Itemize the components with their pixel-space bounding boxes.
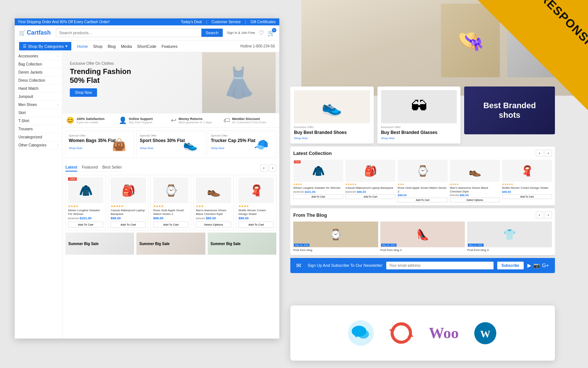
nav-features[interactable]: Features: [161, 44, 177, 49]
sidebar-item-other[interactable]: Other Categories ›: [15, 141, 62, 149]
select-options-button[interactable]: Select Options: [196, 222, 231, 228]
sidebar-item-denim[interactable]: Denim Jackets: [15, 68, 62, 77]
sidebar-label: Denim Jackets: [18, 70, 43, 74]
lc-price-new: $98.00: [398, 194, 406, 197]
sidebar-item-trousers[interactable]: Trousers: [15, 125, 62, 133]
search-button[interactable]: Search: [201, 29, 223, 37]
branded-glasses-link[interactable]: Shop Now: [381, 137, 395, 140]
sign-in-link[interactable]: Sign In & Join Free: [227, 31, 255, 35]
top-bar-links: Today's Deal Customer Service Gift Certi…: [181, 20, 276, 24]
lc-prices: $136.00 $101.00: [293, 190, 343, 194]
lc-select-options[interactable]: Select Options: [450, 198, 500, 202]
blog-nav-arrows: ‹ ›: [536, 211, 552, 219]
lc-add-to-cart[interactable]: Add To Cart: [398, 198, 448, 202]
feature-title: 100% Satisfaction: [76, 117, 105, 121]
sidebar-label: Trousers: [18, 127, 33, 131]
hotline: Hotline 1-800-234-56: [240, 44, 275, 48]
googleplus-icon[interactable]: G+: [542, 262, 549, 268]
tab-latest[interactable]: Latest: [65, 163, 77, 171]
collection-nav-arrows: ‹ ›: [536, 149, 552, 157]
blog-card-0: ⌚ May 18, 2022 Post from blog: [293, 222, 378, 252]
sidebar-item-watch[interactable]: Hand Watch: [15, 85, 62, 93]
summer-title: Summer Big Sale: [139, 242, 169, 246]
sidebar-item-accessories[interactable]: Accessories ›: [15, 52, 62, 60]
nav-shortcode[interactable]: ShortCode: [137, 44, 157, 49]
next-arrow[interactable]: ›: [269, 164, 276, 172]
lc-add-to-cart[interactable]: Add To Cart: [502, 194, 552, 199]
offer-shop-link[interactable]: Shop Now: [211, 146, 225, 150]
instagram-icon[interactable]: 📷: [534, 262, 540, 268]
product-card-1: 🎒 ★★★★★ Casual Waterproof Laptop Backpac…: [108, 175, 148, 230]
branded-glasses-title: Buy Best Branded Glasses: [381, 130, 457, 135]
shop-categories-button[interactable]: ☰ Shop By Categories ▾: [19, 42, 71, 50]
main-content: Accessories › Bag Collection Denim Jacke…: [15, 52, 279, 339]
price-new: $80.00: [206, 216, 216, 220]
hero-banner: Exclusive Offer On Clothes Trending Fash…: [62, 52, 279, 113]
nav-home[interactable]: Home: [77, 44, 88, 49]
blog-grid: ⌚ May 18, 2022 Post from blog 👠 May 20, …: [293, 222, 552, 252]
cart-badge: 0: [272, 28, 276, 32]
sidebar-item-tshirt[interactable]: T-Shirt: [15, 117, 62, 125]
offer-women-bags: Special Offer Women Bags 35% Flat Shop N…: [65, 131, 134, 158]
lc-prices: $101.00 $98.00: [345, 190, 395, 194]
lc-add-to-cart[interactable]: Add To Cart: [345, 194, 395, 199]
nav-blog[interactable]: Blog: [108, 44, 116, 49]
blog-next-arrow[interactable]: ›: [545, 211, 552, 219]
logo[interactable]: 🛒 Cartfash: [19, 29, 52, 36]
add-to-cart-button[interactable]: Add To Cart: [68, 222, 103, 228]
sidebar: Accessories › Bag Collection Denim Jacke…: [15, 52, 62, 339]
sidebar-item-skirt[interactable]: Skirt: [15, 109, 62, 117]
hero-shop-now-button[interactable]: Shop Now: [70, 88, 97, 97]
nav-shop[interactable]: Shop: [93, 44, 103, 49]
sidebar-item-men-shoes[interactable]: Men Shoes ›: [15, 101, 62, 109]
youtube-icon[interactable]: ▶: [527, 262, 531, 268]
customer-service-link[interactable]: Customer Service: [212, 20, 246, 24]
sidebar-item-jumpsuit[interactable]: Jumpsuit: [15, 93, 62, 101]
add-to-cart-button[interactable]: Add To Cart: [239, 222, 274, 228]
product-badge: -26%: [68, 177, 77, 181]
sidebar-item-bag[interactable]: Bag Collection: [15, 60, 62, 68]
search-bar: Search: [56, 28, 223, 37]
offer-trucker-cap: Special Offer Trucker Cap 25% Flat Shop …: [208, 131, 276, 158]
lc-card-0: 70% 🧥 ★★★★ Winter Langline Sweater for W…: [293, 160, 343, 202]
add-to-cart-button[interactable]: Add To Cart: [153, 222, 189, 228]
price-old: $70.00: [196, 217, 205, 220]
nav-media[interactable]: Media: [121, 44, 132, 49]
newsletter-input[interactable]: [386, 262, 494, 269]
sidebar-item-uncategorized[interactable]: Uncategorized: [15, 133, 62, 141]
lc-add-to-cart[interactable]: Add To Cart: [293, 194, 343, 199]
collection-next-arrow[interactable]: ›: [545, 149, 552, 157]
returns-icon: ↩: [171, 116, 176, 124]
offer-shop-link[interactable]: Shop Now: [69, 146, 82, 150]
todays-deal-link[interactable]: Today's Deal: [181, 20, 207, 24]
responsive-badge: RESPONSIVE: [474, 0, 588, 114]
product-image: 🎒: [111, 177, 146, 203]
blog-card-1: 👠 May 20, 2022 Post from blog 2: [380, 222, 465, 252]
chevron-down-icon: ▾: [65, 44, 68, 49]
search-input[interactable]: [56, 29, 201, 37]
add-to-cart-button[interactable]: Add To Cart: [111, 222, 146, 228]
prev-arrow[interactable]: ‹: [260, 164, 268, 172]
branded-shoes-link[interactable]: Shop Now: [294, 137, 308, 140]
tab-featured[interactable]: Featured: [82, 163, 98, 171]
lc-price-old: $101.00: [345, 190, 356, 194]
lc-price-old: $70.00: [450, 194, 459, 197]
offer-shop-link[interactable]: Shop Now: [140, 146, 153, 150]
gift-certificates-link[interactable]: Gift Certificates: [251, 20, 276, 24]
feature-text: Money Returns Back guarantee in 7 days: [179, 117, 212, 124]
collection-prev-arrow[interactable]: ‹: [536, 149, 543, 157]
subscribe-button[interactable]: Subscribe: [497, 262, 524, 269]
wishlist-icon[interactable]: ♡: [259, 29, 264, 36]
product-stars: ★★★★: [153, 205, 189, 208]
blog-image: 👠 May 20, 2022: [380, 222, 465, 247]
summer-title: Summer Big Sale: [68, 242, 98, 246]
tab-bestseller[interactable]: Best Seller: [102, 163, 122, 171]
product-prices: $136.00 $101.00: [68, 216, 103, 220]
product-stars: ★★★★: [68, 205, 103, 208]
sidebar-item-dress[interactable]: Dress Collection: [15, 77, 62, 85]
cart-header-icon[interactable]: 🛒0: [268, 29, 275, 36]
blog-prev-arrow[interactable]: ‹: [536, 211, 543, 219]
blog-date: May 18, 2022: [294, 244, 309, 247]
branded-shoes-card: 👟 Exclusive Offer Buy Best Branded Shoes…: [290, 86, 374, 144]
discount-icon: 🏷: [223, 117, 230, 124]
